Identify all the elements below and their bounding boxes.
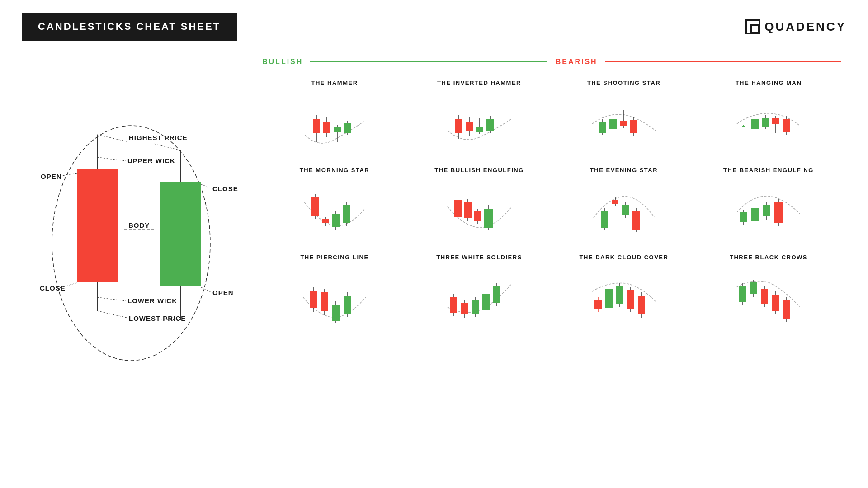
- svg-text:CLOSE: CLOSE: [212, 185, 238, 192]
- svg-rect-105: [612, 200, 618, 204]
- svg-rect-111: [632, 211, 640, 230]
- svg-rect-180: [783, 300, 790, 319]
- svg-rect-144: [472, 300, 479, 314]
- pattern-bullish-engulfing: THE BULLISH ENGULFING: [407, 162, 552, 245]
- pattern-inverted-hammer: THE INVERTED HAMMER: [407, 75, 552, 158]
- svg-rect-162: [627, 290, 634, 309]
- pattern-bearish-engulfing: THE BEARISH ENGULFING: [696, 162, 841, 245]
- svg-text:OPEN: OPEN: [212, 289, 234, 296]
- pattern-three-white-soldiers: THREE WHITE SOLDIERS: [407, 249, 552, 332]
- svg-line-24: [97, 311, 127, 318]
- svg-rect-31: [323, 122, 330, 133]
- pattern-title-three-white-soldiers: THREE WHITE SOLDIERS: [436, 254, 522, 261]
- svg-rect-120: [763, 205, 770, 216]
- svg-text:HIGHEST PRICE: HIGHEST PRICE: [129, 134, 188, 141]
- svg-rect-28: [313, 119, 320, 133]
- svg-rect-147: [482, 294, 490, 310]
- svg-rect-174: [761, 289, 768, 304]
- pattern-title-evening-star: THE EVENING STAR: [590, 167, 658, 174]
- pattern-svg-hammer: [296, 90, 373, 153]
- pattern-title-bearish-engulfing: THE BEARISH ENGULFING: [723, 167, 814, 174]
- pattern-three-black-crows: THREE BLACK CROWS: [696, 249, 841, 332]
- svg-rect-150: [493, 286, 500, 303]
- pattern-svg-bearish-engulfing: [730, 177, 807, 240]
- svg-rect-52: [599, 122, 606, 133]
- svg-rect-123: [774, 202, 783, 223]
- header: CANDLESTICKS CHEAT SHEET QUADENCY: [0, 0, 868, 53]
- svg-rect-126: [310, 291, 317, 308]
- pattern-title-inverted-hammer: THE INVERTED HAMMER: [437, 80, 521, 86]
- svg-text:OPEN: OPEN: [41, 173, 62, 180]
- svg-rect-171: [750, 282, 757, 294]
- bearish-divider: [605, 61, 841, 62]
- logo-icon: [745, 19, 760, 34]
- pattern-title-bullish-engulfing: THE BULLISH ENGULFING: [434, 167, 524, 174]
- pattern-svg-inverted-hammer: [441, 90, 518, 153]
- svg-rect-129: [321, 292, 328, 311]
- svg-text:LOWER WICK: LOWER WICK: [127, 297, 177, 305]
- pattern-svg-three-black-crows: [730, 264, 807, 328]
- svg-rect-159: [616, 286, 623, 304]
- svg-rect-114: [740, 212, 747, 222]
- svg-rect-141: [461, 303, 468, 314]
- svg-rect-153: [594, 300, 602, 309]
- pattern-svg-three-white-soldiers: [441, 264, 518, 328]
- pattern-title-hammer: THE HAMMER: [311, 80, 358, 86]
- svg-rect-5: [160, 182, 201, 286]
- svg-text:LOWEST PRICE: LOWEST PRICE: [129, 314, 186, 322]
- logo: QUADENCY: [745, 19, 846, 34]
- svg-line-13: [60, 173, 77, 176]
- pattern-hammer: THE HAMMER: [262, 75, 407, 158]
- pattern-evening-star: THE EVENING STAR: [552, 162, 696, 245]
- svg-rect-87: [343, 205, 350, 223]
- svg-rect-37: [344, 123, 351, 133]
- svg-rect-69: [762, 118, 769, 127]
- svg-rect-156: [605, 289, 613, 308]
- pattern-title-dark-cloud-cover: THE DARK CLOUD COVER: [580, 254, 669, 261]
- pattern-title-piercing-line: THE PIERCING LINE: [300, 254, 368, 261]
- svg-rect-117: [751, 208, 759, 221]
- pattern-svg-bullish-engulfing: [441, 177, 518, 240]
- pattern-svg-morning-star: [296, 177, 373, 240]
- svg-rect-2: [77, 169, 118, 282]
- svg-rect-165: [638, 296, 645, 314]
- pattern-svg-evening-star: [585, 177, 662, 240]
- svg-rect-34: [334, 127, 341, 132]
- svg-rect-102: [601, 211, 608, 228]
- svg-text:CLOSE: CLOSE: [40, 284, 66, 292]
- svg-rect-40: [455, 119, 462, 133]
- svg-rect-177: [772, 295, 779, 311]
- bearish-label: BEARISH: [556, 58, 598, 66]
- svg-rect-96: [474, 211, 481, 221]
- svg-rect-55: [609, 119, 617, 129]
- svg-line-22: [97, 297, 126, 301]
- svg-rect-49: [486, 119, 494, 131]
- pattern-piercing-line: THE PIERCING LINE: [262, 249, 407, 332]
- svg-line-15: [201, 184, 211, 188]
- pattern-title-hanging-man: THE HANGING MAN: [736, 80, 802, 86]
- category-header: BULLISH BEARISH: [262, 58, 841, 66]
- main-title: CANDLESTICKS CHEAT SHEET: [38, 21, 221, 32]
- pattern-title-three-black-crows: THREE BLACK CROWS: [730, 254, 807, 261]
- main-content: HIGHEST PRICE UPPER WICK OPEN CLOSE BODY…: [0, 53, 868, 451]
- svg-rect-58: [620, 121, 627, 126]
- candle-diagram: HIGHEST PRICE UPPER WICK OPEN CLOSE BODY…: [27, 53, 244, 451]
- svg-rect-43: [466, 122, 473, 131]
- svg-line-7: [97, 135, 127, 141]
- svg-rect-75: [783, 119, 790, 132]
- patterns-section: BULLISH BEARISH THE HAMMER: [262, 53, 841, 451]
- svg-line-10: [97, 157, 126, 161]
- pattern-grid: THE HAMMER: [262, 75, 841, 332]
- svg-rect-72: [772, 118, 779, 124]
- pattern-title-morning-star: THE MORNING STAR: [300, 167, 369, 174]
- svg-line-21: [201, 287, 211, 292]
- svg-rect-61: [630, 120, 637, 133]
- svg-text:BODY: BODY: [128, 221, 150, 229]
- pattern-svg-shooting-star: [585, 90, 662, 153]
- pattern-svg-hanging-man: [730, 90, 807, 153]
- bullish-divider: [310, 61, 546, 62]
- pattern-dark-cloud-cover: THE DARK CLOUD COVER: [552, 249, 696, 332]
- svg-rect-90: [454, 200, 462, 217]
- diagram-svg: HIGHEST PRICE UPPER WICK OPEN CLOSE BODY…: [27, 53, 244, 424]
- pattern-hanging-man: THE HANGING MAN: [696, 75, 841, 158]
